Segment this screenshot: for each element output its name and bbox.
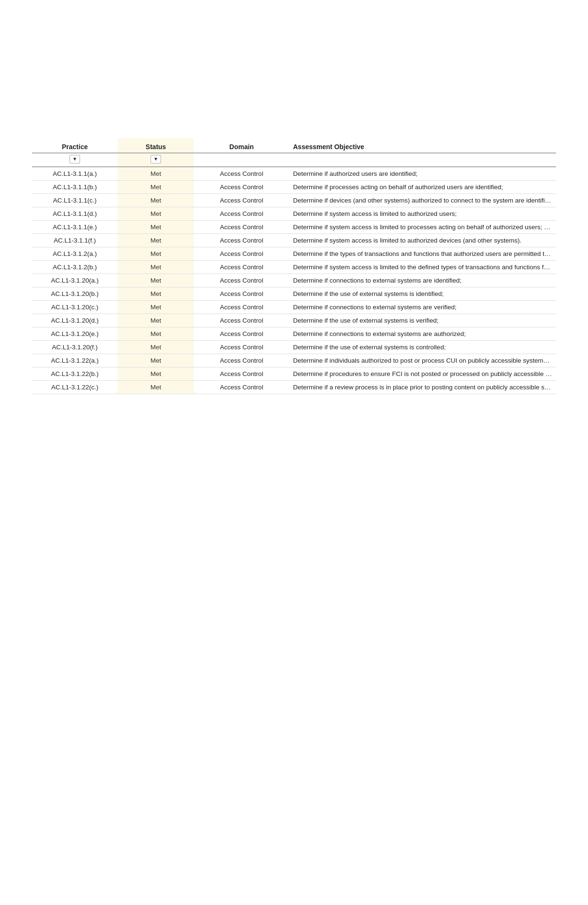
domain-cell: Access Control <box>194 247 289 261</box>
domain-cell: Access Control <box>194 354 289 367</box>
table-row: AC.L1-3.1.22(a.)MetAccess ControlDetermi… <box>32 354 556 367</box>
domain-cell: Access Control <box>194 274 289 287</box>
domain-cell: Access Control <box>194 341 289 354</box>
status-cell: Met <box>118 234 194 247</box>
status-cell: Met <box>118 167 194 181</box>
status-cell: Met <box>118 207 194 221</box>
table-row: AC.L1-3.1.2(b.)MetAccess ControlDetermin… <box>32 261 556 274</box>
table-row: AC.L1-3.1.22(b.)MetAccess ControlDetermi… <box>32 367 556 381</box>
table-row: AC.L1-3.1.20(b.)MetAccess ControlDetermi… <box>32 287 556 301</box>
objective-cell: Determine if connections to external sys… <box>289 274 556 287</box>
objective-filter-cell <box>289 153 556 167</box>
practice-cell: AC.L1-3.1.2(a.) <box>32 247 118 261</box>
table-row: AC.L1-3.1.1(c.)MetAccess ControlDetermin… <box>32 194 556 207</box>
practice-filter-button[interactable]: ▼ <box>70 155 80 163</box>
status-cell: Met <box>118 381 194 394</box>
objective-cell: Determine if system access is limited to… <box>289 207 556 221</box>
status-cell: Met <box>118 181 194 194</box>
domain-cell: Access Control <box>194 287 289 301</box>
domain-cell: Access Control <box>194 194 289 207</box>
objective-cell: Determine if a review process is in plac… <box>289 381 556 394</box>
domain-cell: Access Control <box>194 314 289 327</box>
objective-cell: Determine if devices (and other systems)… <box>289 194 556 207</box>
table-row: AC.L1-3.1.20(f.)MetAccess ControlDetermi… <box>32 341 556 354</box>
practice-cell: AC.L1-3.1.20(f.) <box>32 341 118 354</box>
practice-cell: AC.L1-3.1.22(a.) <box>32 354 118 367</box>
status-cell: Met <box>118 194 194 207</box>
practice-cell: AC.L1-3.1.1(c.) <box>32 194 118 207</box>
practice-header: Practice <box>32 138 118 153</box>
status-cell: Met <box>118 261 194 274</box>
practice-cell: AC.L1-3.1.1(d.) <box>32 207 118 221</box>
status-cell: Met <box>118 354 194 367</box>
objective-cell: Determine if processes acting on behalf … <box>289 181 556 194</box>
header-row: Practice Status Domain Assessment Object… <box>32 138 556 153</box>
main-table-wrapper: Practice Status Domain Assessment Object… <box>32 138 556 394</box>
domain-cell: Access Control <box>194 381 289 394</box>
objective-cell: Determine if the use of external systems… <box>289 314 556 327</box>
status-cell: Met <box>118 221 194 234</box>
status-filter-cell: ▼ <box>118 153 194 167</box>
practice-cell: AC.L1-3.1.20(b.) <box>32 287 118 301</box>
objective-cell: Determine if the use of external systems… <box>289 287 556 301</box>
status-cell: Met <box>118 327 194 341</box>
status-cell: Met <box>118 247 194 261</box>
domain-cell: Access Control <box>194 167 289 181</box>
table-row: AC.L1-3.1.20(c.)MetAccess ControlDetermi… <box>32 301 556 314</box>
domain-cell: Access Control <box>194 234 289 247</box>
objective-cell: Determine if connections to external sys… <box>289 301 556 314</box>
table-row: AC.L1-3.1.1(e.)MetAccess ControlDetermin… <box>32 221 556 234</box>
objective-cell: Determine if authorized users are identi… <box>289 167 556 181</box>
objective-cell: Determine if system access is limited to… <box>289 221 556 234</box>
practice-cell: AC.L1-3.1.2(b.) <box>32 261 118 274</box>
domain-filter-cell <box>194 153 289 167</box>
practice-cell: AC.L1-3.1.1(b.) <box>32 181 118 194</box>
table-row: AC.L1-3.1.1(b.)MetAccess ControlDetermin… <box>32 181 556 194</box>
status-cell: Met <box>118 287 194 301</box>
table-row: AC.L1-3.1.1(d.)MetAccess ControlDetermin… <box>32 207 556 221</box>
objective-cell: Determine if individuals authorized to p… <box>289 354 556 367</box>
objective-cell: Determine if system access is limited to… <box>289 234 556 247</box>
domain-cell: Access Control <box>194 327 289 341</box>
objective-header: Assessment Objective <box>289 138 556 153</box>
status-filter-button[interactable]: ▼ <box>151 155 161 163</box>
domain-cell: Access Control <box>194 181 289 194</box>
status-cell: Met <box>118 341 194 354</box>
practice-cell: AC.L1-3.1.1(a.) <box>32 167 118 181</box>
objective-cell: Determine if the types of transactions a… <box>289 247 556 261</box>
table-row: AC.L1-3.1.20(d.)MetAccess ControlDetermi… <box>32 314 556 327</box>
table-row: AC.L1-3.1.22(c.)MetAccess ControlDetermi… <box>32 381 556 394</box>
assessment-table: Practice Status Domain Assessment Object… <box>32 138 556 394</box>
status-cell: Met <box>118 367 194 381</box>
practice-cell: AC.L1-3.1.20(e.) <box>32 327 118 341</box>
objective-cell: Determine if system access is limited to… <box>289 261 556 274</box>
table-row: AC.L1-3.1.20(a.)MetAccess ControlDetermi… <box>32 274 556 287</box>
domain-cell: Access Control <box>194 367 289 381</box>
table-row: AC.L1-3.1.20(e.)MetAccess ControlDetermi… <box>32 327 556 341</box>
domain-cell: Access Control <box>194 301 289 314</box>
table-row: AC.L1-3.1.1(f.)MetAccess ControlDetermin… <box>32 234 556 247</box>
practice-cell: AC.L1-3.1.1(e.) <box>32 221 118 234</box>
practice-cell: AC.L1-3.1.22(c.) <box>32 381 118 394</box>
practice-cell: AC.L1-3.1.20(a.) <box>32 274 118 287</box>
domain-cell: Access Control <box>194 221 289 234</box>
domain-cell: Access Control <box>194 207 289 221</box>
table-body: AC.L1-3.1.1(a.)MetAccess ControlDetermin… <box>32 167 556 394</box>
practice-cell: AC.L1-3.1.20(c.) <box>32 301 118 314</box>
practice-cell: AC.L1-3.1.1(f.) <box>32 234 118 247</box>
table-row: AC.L1-3.1.2(a.)MetAccess ControlDetermin… <box>32 247 556 261</box>
table-row: AC.L1-3.1.1(a.)MetAccess ControlDetermin… <box>32 167 556 181</box>
practice-filter-cell: ▼ <box>32 153 118 167</box>
filter-row: ▼ ▼ <box>32 153 556 167</box>
objective-cell: Determine if connections to external sys… <box>289 327 556 341</box>
objective-cell: Determine if the use of external systems… <box>289 341 556 354</box>
status-header: Status <box>118 138 194 153</box>
status-cell: Met <box>118 314 194 327</box>
domain-header: Domain <box>194 138 289 153</box>
objective-cell: Determine if procedures to ensure FCI is… <box>289 367 556 381</box>
status-cell: Met <box>118 274 194 287</box>
domain-cell: Access Control <box>194 261 289 274</box>
status-cell: Met <box>118 301 194 314</box>
practice-cell: AC.L1-3.1.20(d.) <box>32 314 118 327</box>
practice-cell: AC.L1-3.1.22(b.) <box>32 367 118 381</box>
